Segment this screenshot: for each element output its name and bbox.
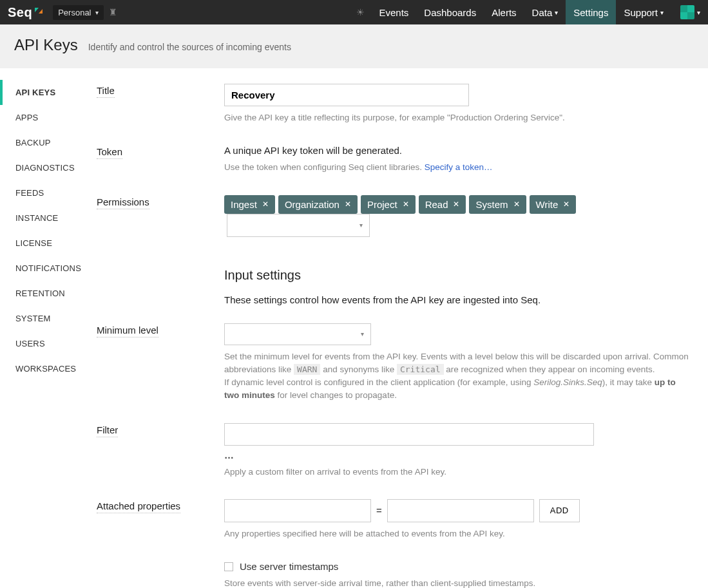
page-subtitle: Identify and control the sources of inco… — [88, 42, 291, 52]
sidebar-item-apps[interactable]: APPS — [0, 105, 97, 130]
permission-tag-organization: Organization✕ — [278, 195, 358, 214]
sidebar-item-license[interactable]: LICENSE — [0, 231, 97, 256]
remove-tag-icon[interactable]: ✕ — [513, 200, 520, 209]
input-settings-heading: Input settings — [224, 268, 690, 283]
workspace-label: Personal — [58, 8, 91, 17]
permission-tag-label: Organization — [285, 199, 340, 210]
sidebar-item-system[interactable]: SYSTEM — [0, 306, 97, 331]
sidebar-item-api-keys[interactable]: API KEYS — [0, 80, 97, 105]
minimum-level-select[interactable]: ▾ — [224, 323, 371, 345]
token-label: Token — [97, 146, 122, 159]
permission-tag-system: System✕ — [469, 195, 526, 214]
property-value-input[interactable] — [387, 499, 534, 522]
specify-token-link[interactable]: Specify a token… — [425, 162, 493, 172]
sidebar-item-users[interactable]: USERS — [0, 331, 97, 356]
permissions-tags: Ingest✕Organization✕Project✕Read✕System✕… — [224, 195, 690, 237]
server-timestamps-label: Use server timestamps — [240, 561, 338, 572]
title-input[interactable] — [224, 84, 469, 106]
sidebar-item-workspaces[interactable]: WORKSPACES — [0, 356, 97, 381]
nav-events[interactable]: Events — [371, 0, 416, 24]
permission-tag-label: Read — [425, 199, 448, 210]
filter-input[interactable] — [224, 423, 594, 446]
brand-text: Seq — [8, 5, 32, 20]
server-timestamps-help: Store events with server-side arrival ti… — [224, 577, 690, 588]
chevron-down-icon: ▾ — [359, 222, 363, 229]
page-header: API Keys Identify and control the source… — [0, 24, 708, 68]
nav-data[interactable]: Data▾ — [524, 0, 566, 24]
attached-properties-help: Any properties specified here will be at… — [224, 527, 690, 540]
attached-properties-label: Attached properties — [97, 500, 180, 513]
chevron-down-icon: ▾ — [95, 9, 99, 16]
theme-toggle-icon[interactable]: ☀ — [350, 7, 371, 17]
sidebar-item-retention[interactable]: RETENTION — [0, 281, 97, 306]
sidebar-item-backup[interactable]: BACKUP — [0, 130, 97, 155]
nav-support[interactable]: Support▾ — [616, 0, 671, 24]
chevron-down-icon: ▾ — [555, 9, 558, 16]
permission-tag-label: System — [475, 199, 508, 210]
permission-tag-label: Ingest — [231, 199, 257, 210]
property-name-input[interactable] — [224, 499, 371, 522]
filter-ellipsis: … — [224, 450, 690, 460]
filter-label: Filter — [97, 424, 118, 437]
brand-mark-icon — [35, 8, 43, 17]
token-message: A unique API key token will be generated… — [224, 145, 690, 156]
chevron-down-icon: ▾ — [697, 9, 700, 16]
remove-tag-icon[interactable]: ✕ — [563, 200, 569, 209]
content: Title Give the API key a title reflectin… — [97, 68, 708, 588]
remove-tag-icon[interactable]: ✕ — [262, 200, 269, 209]
title-help: Give the API key a title reflecting its … — [224, 111, 690, 124]
sidebar-item-instance[interactable]: INSTANCE — [0, 205, 97, 231]
permissions-select[interactable]: ▾ — [227, 214, 370, 237]
token-help: Use the token when configuring Seq clien… — [224, 161, 690, 174]
permission-tag-label: Project — [367, 199, 397, 210]
filter-help: Apply a custom filter on arrival to even… — [224, 466, 690, 479]
workspace-selector[interactable]: Personal ▾ — [53, 5, 103, 20]
server-timestamps-checkbox[interactable] — [224, 562, 233, 571]
minimum-level-label: Minimum level — [97, 325, 158, 337]
permission-tag-write: Write✕ — [530, 195, 577, 214]
equals-sign: = — [376, 505, 382, 516]
remove-tag-icon[interactable]: ✕ — [453, 200, 459, 209]
permission-tag-read: Read✕ — [419, 195, 466, 214]
remove-tag-icon[interactable]: ✕ — [345, 200, 351, 209]
page-title: API Keys — [14, 36, 78, 54]
permission-tag-project: Project✕ — [361, 195, 416, 214]
nav-alerts[interactable]: Alerts — [484, 0, 524, 24]
server-timestamps-row[interactable]: Use server timestamps — [224, 561, 690, 572]
permission-tag-label: Write — [536, 199, 559, 210]
minimum-level-help: Set the minimum level for events from th… — [224, 350, 690, 403]
token-help-text: Use the token when configuring Seq clien… — [224, 162, 425, 172]
sidebar-item-diagnostics[interactable]: DIAGNOSTICS — [0, 155, 97, 180]
chevron-down-icon: ▾ — [361, 330, 364, 337]
add-property-button[interactable]: ADD — [539, 499, 580, 522]
permission-tag-ingest: Ingest✕ — [224, 195, 275, 214]
title-label: Title — [97, 85, 115, 98]
input-settings-body: These settings control how events from t… — [224, 294, 690, 305]
perspective-icon[interactable]: ♜ — [109, 7, 117, 17]
nav-dashboards[interactable]: Dashboards — [416, 0, 484, 24]
top-nav: Seq Personal ▾ ♜ ☀ EventsDashboardsAlert… — [0, 0, 708, 24]
chevron-down-icon: ▾ — [660, 9, 664, 16]
settings-sidebar: API KEYSAPPSBACKUPDIAGNOSTICSFEEDSINSTAN… — [0, 68, 97, 588]
permissions-label: Permissions — [97, 196, 149, 209]
nav-settings[interactable]: Settings — [566, 0, 616, 24]
brand-logo: Seq — [8, 5, 43, 20]
user-menu[interactable]: ▾ — [671, 5, 700, 19]
remove-tag-icon[interactable]: ✕ — [403, 200, 409, 209]
sidebar-item-feeds[interactable]: FEEDS — [0, 180, 97, 205]
sidebar-item-notifications[interactable]: NOTIFICATIONS — [0, 256, 97, 281]
avatar — [680, 5, 694, 19]
